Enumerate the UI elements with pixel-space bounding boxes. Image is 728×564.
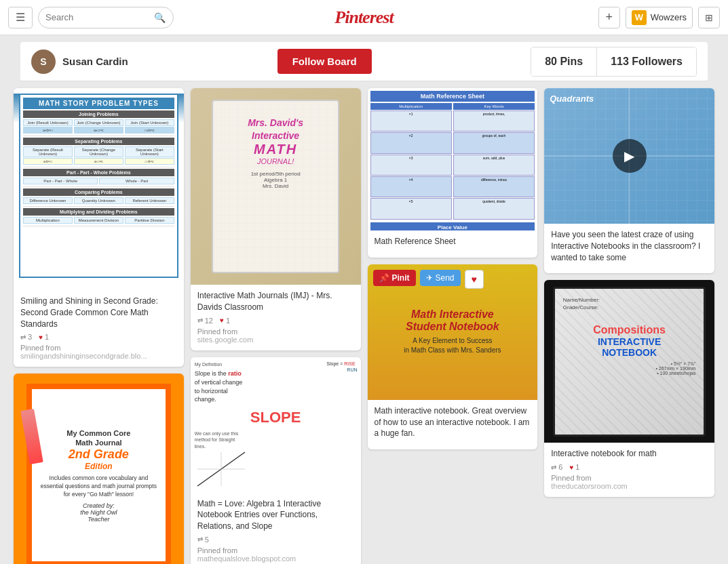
pin-repins: ⇄ 12 <box>197 317 213 325</box>
pin-source-label: Pinned from <box>197 327 354 336</box>
search-icon: 🔍 <box>154 12 166 23</box>
pin-title: Math = Love: Algebra 1 Interactive Noteb… <box>197 498 354 532</box>
pin-title: Math Reference Sheet <box>375 236 531 247</box>
pin-info: Smiling and Shining in Second Grade: Sec… <box>14 290 184 367</box>
user-avatar-icon: W <box>632 10 647 25</box>
board-header: S Susan Cardin Follow Board 80 Pins 113 … <box>20 42 708 81</box>
pinterest-logo: Pinterest <box>334 7 393 28</box>
search-box: 🔍 <box>38 7 174 28</box>
menu-button[interactable]: ☰ <box>8 7 33 28</box>
pin-image: MATH STORY PROBLEM TYPES Joining Problem… <box>14 94 184 290</box>
pin-title: Math interactive notebook. Great overvie… <box>375 405 531 439</box>
send-button[interactable]: ✈ Send <box>420 270 461 286</box>
pin2-inner: My Common CoreMath Journal 2nd Grade Edi… <box>26 384 171 564</box>
pin-info: Math = Love: Algebra 1 Interactive Noteb… <box>191 493 361 564</box>
pin-source-url: sites.google.com <box>197 336 354 344</box>
pin-meta: ⇄ 5 <box>197 536 354 544</box>
pin-source-url: smilingandshininginsecondgrade.blo... <box>20 352 177 360</box>
pin-info: Interactive notebook for math ⇄ 6 ♥ 1 Pi… <box>544 443 714 497</box>
pins-stat[interactable]: 80 Pins <box>531 47 597 76</box>
pin-card[interactable]: Mrs. David's Interactive MATH JOURNAL! 1… <box>191 88 361 350</box>
pin-info: Math interactive notebook. Great overvie… <box>368 400 538 449</box>
pin-likes: ♥ 1 <box>569 463 579 471</box>
add-button[interactable]: + <box>598 7 620 28</box>
pin-likes: ♥ 1 <box>39 333 49 341</box>
menu-icon: ☰ <box>16 11 25 24</box>
followers-stat[interactable]: 113 Followers <box>597 47 696 76</box>
pin-card[interactable]: Name/Number: Grade/Course: Compositions … <box>544 280 714 497</box>
pin-source-label: Pinned from <box>551 474 708 482</box>
pin-image: Mrs. David's Interactive MATH JOURNAL! 1… <box>191 88 361 285</box>
follow-board-button[interactable]: Follow Board <box>277 49 372 74</box>
user-badge[interactable]: W Wowzers <box>626 7 693 28</box>
pin-meta: ⇄ 12 ♥ 1 <box>197 317 354 325</box>
pin-image: My Definition Slope is the ratio of vert… <box>191 357 361 493</box>
pin-meta: ⇄ 6 ♥ 1 <box>551 463 708 471</box>
pin-card[interactable]: My Common CoreMath Journal 2nd Grade Edi… <box>14 374 184 564</box>
pin-info: Have you seen the latest craze of using … <box>544 224 714 273</box>
pin-card[interactable]: Math Reference Sheet Multiplication ×1 ×… <box>368 88 538 258</box>
pin5-notebook: Name/Number: Grade/Course: Compositions … <box>553 287 706 437</box>
search-input[interactable] <box>45 12 154 22</box>
header-right: + W Wowzers ⊞ <box>598 7 720 28</box>
pin-image: Name/Number: Grade/Course: Compositions … <box>544 280 714 443</box>
pin-meta: ⇄ 3 ♥ 1 <box>20 333 177 341</box>
pin-repins: ⇄ 5 <box>197 536 209 544</box>
messages-icon: ⊞ <box>705 12 713 23</box>
messages-button[interactable]: ⊞ <box>698 7 720 28</box>
pin-title: Have you seen the latest craze of using … <box>551 229 708 263</box>
pin-source-url: theeducatorsroom.com <box>551 482 708 490</box>
pin-card[interactable]: My Definition Slope is the ratio of vert… <box>191 357 361 564</box>
pins-count: 80 Pins <box>545 56 583 68</box>
pin1-title-bar: MATH STORY PROBLEM TYPES <box>23 98 174 109</box>
pin-grid: MATH STORY PROBLEM TYPES Joining Problem… <box>0 88 728 564</box>
pinit-button[interactable]: 📌 Pinit <box>373 270 416 286</box>
pin-source-label: Pinned from <box>197 546 354 555</box>
pin-repins: ⇄ 3 <box>20 333 32 341</box>
pin-title: Smiling and Shining in Second Grade: Sec… <box>20 296 177 329</box>
pin-image: My Common CoreMath Journal 2nd Grade Edi… <box>14 374 184 564</box>
pin-card[interactable]: MATH STORY PROBLEM TYPES Joining Problem… <box>14 88 184 367</box>
pin-info: Math Reference Sheet <box>368 230 538 258</box>
pin4-whiteboard: My Definition Slope is the ratio of vert… <box>191 357 361 493</box>
pin-image: Quadrants ▶ <box>544 88 714 224</box>
pin-title: Interactive Math Journals (IMJ) - Mrs. D… <box>197 290 354 313</box>
pin-card[interactable]: Quadrants ▶ Have you seen the latest cra… <box>544 88 714 273</box>
pin-title: Interactive notebook for math <box>551 448 708 460</box>
board-user-avatar: S <box>31 49 56 74</box>
pin-card[interactable]: 📌 Pinit ✈ Send ♥ Math InteractiveStudent… <box>368 264 538 449</box>
board-user-name: Susan Cardin <box>62 56 128 67</box>
pin-info: Interactive Math Journals (IMJ) - Mrs. D… <box>191 285 361 350</box>
pinit-overlay: 📌 Pinit ✈ Send ♥ <box>368 264 538 400</box>
send-icon: ✈ <box>426 273 433 283</box>
board-stats: 80 Pins 113 Followers <box>531 47 697 77</box>
pin-likes: ♥ 1 <box>220 317 230 325</box>
play-button[interactable]: ▶ <box>613 139 647 173</box>
pin-source-label: Pinned from <box>20 344 177 352</box>
followers-count: 113 Followers <box>611 56 683 68</box>
header: ☰ 🔍 Pinterest + W Wowzers ⊞ <box>0 0 728 35</box>
pin-image: Math Reference Sheet Multiplication ×1 ×… <box>368 88 538 230</box>
pin-source-url: mathequalslove.blogspot.com <box>197 555 354 563</box>
like-button[interactable]: ♥ <box>465 270 484 289</box>
pin-icon: 📌 <box>379 273 389 283</box>
user-name: Wowzers <box>651 12 687 22</box>
pin-repins: ⇄ 6 <box>551 463 562 471</box>
heart-icon: ♥ <box>471 274 476 285</box>
pin3-notebook: Mrs. David's Interactive MATH JOURNAL! 1… <box>212 100 339 273</box>
pin-image: 📌 Pinit ✈ Send ♥ Math InteractiveStudent… <box>368 264 538 400</box>
